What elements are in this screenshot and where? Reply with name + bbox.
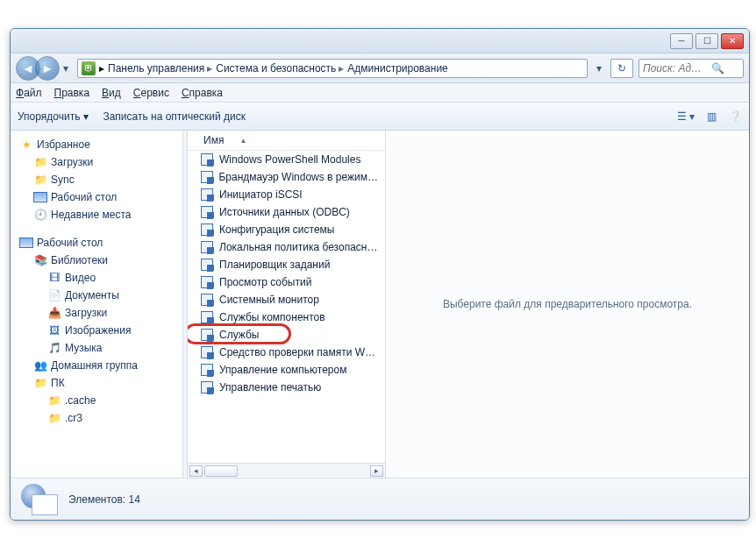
folder-icon: 📁: [47, 394, 61, 408]
file-item[interactable]: Брандмауэр Windows в режим…: [188, 168, 385, 186]
history-dropdown-icon[interactable]: ▾: [60, 59, 72, 78]
status-text: Элементов: 14: [68, 493, 140, 506]
file-item-label: Инициатор iSCSI: [219, 188, 303, 201]
forward-button[interactable]: ►: [35, 56, 60, 81]
scroll-thumb[interactable]: [204, 465, 238, 477]
star-icon: ★: [19, 138, 33, 152]
breadcrumb-item[interactable]: Администрирование: [347, 62, 447, 74]
sidebar-item[interactable]: 📥Загрузки: [16, 304, 182, 322]
file-item[interactable]: Средство проверки памяти W…: [188, 344, 385, 361]
file-item-label: Источники данных (ODBC): [219, 206, 350, 218]
explorer-window: ─ ☐ ✕ ◄ ► ▾ ⛨ ▸ Панель управления▸ Систе…: [10, 28, 750, 521]
libraries-root[interactable]: 📚Библиотеки: [16, 252, 182, 269]
sidebar-item[interactable]: 🖼Изображения: [16, 322, 182, 339]
address-dropdown-icon[interactable]: ▾: [593, 62, 605, 74]
file-item-label: Планировщик заданий: [219, 259, 330, 271]
menu-help[interactable]: Справка: [182, 87, 223, 99]
refresh-button[interactable]: ↻: [610, 59, 633, 78]
music-icon: 🎵: [47, 341, 61, 355]
scroll-left-icon[interactable]: ◂: [189, 465, 203, 477]
titlebar: ─ ☐ ✕: [11, 29, 749, 53]
sort-ascending-icon: ▲: [239, 137, 246, 145]
shortcut-icon: [200, 258, 214, 272]
menu-file[interactable]: Файл: [16, 87, 42, 99]
view-mode-button[interactable]: ☰ ▾: [677, 110, 695, 123]
pictures-icon: 🖼: [47, 323, 61, 337]
file-item[interactable]: Конфигурация системы: [188, 221, 385, 238]
file-item-label: Средство проверки памяти W…: [219, 346, 375, 358]
close-button[interactable]: ✕: [721, 33, 744, 49]
desktop-icon: [33, 190, 47, 204]
sidebar-item[interactable]: 📁.cr3: [16, 409, 182, 427]
desktop-root[interactable]: Рабочий стол: [16, 234, 182, 252]
breadcrumb-item[interactable]: Система и безопасность▸: [216, 62, 344, 74]
breadcrumb[interactable]: ⛨ ▸ Панель управления▸ Система и безопас…: [77, 59, 588, 78]
maximize-button[interactable]: ☐: [695, 33, 718, 49]
file-item[interactable]: Просмотр событий: [188, 273, 385, 291]
sidebar-item[interactable]: Рабочий стол: [16, 188, 182, 206]
sidebar-item[interactable]: 📁Загрузки: [16, 153, 182, 171]
file-item[interactable]: Службы компонентов: [188, 308, 385, 326]
status-icon: [19, 484, 58, 515]
breadcrumb-label: Панель управления: [108, 62, 204, 74]
menu-edit[interactable]: Правка: [54, 87, 90, 99]
preview-message: Выберите файл для предварительного просм…: [443, 298, 692, 310]
file-item[interactable]: Windows PowerShell Modules: [188, 151, 385, 168]
pc-root[interactable]: 📁ПК: [16, 374, 182, 392]
video-icon: 🎞: [47, 271, 61, 285]
file-item[interactable]: Локальная политика безопасн…: [188, 238, 385, 256]
desktop-group: Рабочий стол 📚Библиотеки 🎞Видео 📄Докумен…: [16, 234, 182, 427]
file-item-label: Локальная политика безопасн…: [219, 241, 377, 253]
file-item[interactable]: Инициатор iSCSI: [188, 186, 385, 203]
menubar: Файл Правка Вид Сервис Справка: [11, 83, 749, 103]
menu-tools[interactable]: Сервис: [133, 87, 169, 99]
burn-button[interactable]: Записать на оптический диск: [103, 110, 246, 123]
sidebar-item[interactable]: 🎞Видео: [16, 269, 182, 287]
search-box[interactable]: 🔍: [638, 59, 744, 78]
item-list[interactable]: Windows PowerShell ModulesБрандмауэр Win…: [188, 151, 385, 463]
favorites-root[interactable]: ★Избранное: [16, 136, 182, 153]
sidebar-item[interactable]: 🎵Музыка: [16, 339, 182, 357]
file-item-label: Windows PowerShell Modules: [219, 153, 360, 166]
documents-icon: 📄: [47, 288, 61, 302]
menu-view[interactable]: Вид: [102, 87, 121, 99]
search-input[interactable]: [643, 62, 708, 74]
file-item[interactable]: Службы: [188, 326, 385, 344]
breadcrumb-item[interactable]: Панель управления▸: [108, 62, 212, 74]
organize-button[interactable]: Упорядочить ▾: [18, 110, 89, 123]
file-item[interactable]: Системный монитор: [188, 291, 385, 308]
chevron-right-icon: ▸: [207, 62, 212, 74]
shortcut-icon: [200, 380, 214, 394]
sidebar-item[interactable]: 🕘Недавние места: [16, 206, 182, 223]
scroll-right-icon[interactable]: ▸: [370, 465, 383, 477]
preview-pane-button[interactable]: ▥: [707, 110, 717, 123]
libraries-icon: 📚: [33, 253, 47, 267]
file-item-label: Конфигурация системы: [219, 223, 334, 236]
chevron-right-icon: ▸: [339, 62, 344, 74]
sidebar-item[interactable]: 📄Документы: [16, 287, 182, 304]
sidebar-item[interactable]: 📁Sync: [16, 171, 182, 188]
file-item[interactable]: Управление печатью: [188, 379, 385, 396]
column-header[interactable]: Имя ▲: [188, 131, 385, 151]
horizontal-scrollbar[interactable]: ◂ ▸: [188, 463, 385, 478]
shortcut-icon: [200, 240, 214, 254]
search-icon: 🔍: [711, 62, 724, 74]
nav-buttons: ◄ ►: [16, 56, 54, 81]
help-button[interactable]: ❔: [729, 110, 742, 123]
minimize-button[interactable]: ─: [670, 33, 693, 49]
file-item-label: Брандмауэр Windows в режим…: [218, 171, 378, 183]
toolbar: Упорядочить ▾ Записать на оптический дис…: [11, 103, 749, 131]
file-item-label: Просмотр событий: [219, 276, 311, 288]
file-item[interactable]: Управление компьютером: [188, 361, 385, 379]
desktop-icon: [19, 236, 33, 250]
sidebar-item[interactable]: 📁.cache: [16, 392, 182, 409]
column-name-label: Имя: [203, 134, 224, 146]
file-item[interactable]: Планировщик заданий: [188, 256, 385, 273]
shortcut-icon: [200, 345, 214, 359]
homegroup-root[interactable]: 👥Домашняя группа: [16, 357, 182, 374]
file-item[interactable]: Источники данных (ODBC): [188, 203, 385, 221]
navigation-pane[interactable]: ★Избранное 📁Загрузки 📁Sync Рабочий стол …: [11, 131, 183, 478]
folder-icon: 📁: [33, 155, 47, 169]
control-panel-icon: ⛨: [82, 61, 96, 75]
shortcut-icon: [200, 275, 214, 289]
